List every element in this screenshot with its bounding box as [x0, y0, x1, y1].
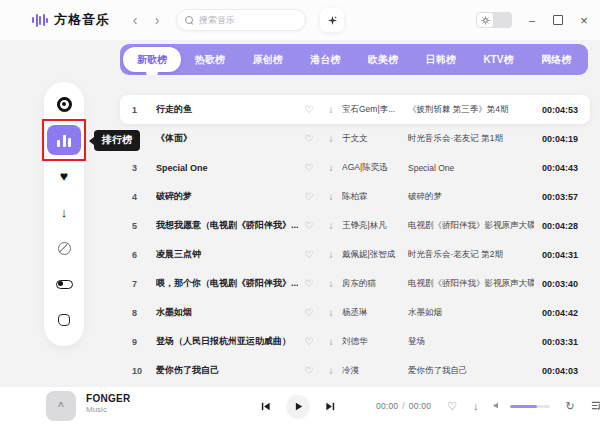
- tab-label: 热歌榜: [195, 53, 225, 67]
- song-duration: 00:03:57: [534, 192, 578, 202]
- ban-icon: [58, 242, 71, 255]
- tab[interactable]: 热歌榜: [181, 47, 239, 72]
- sidebar-item-music[interactable]: [44, 86, 84, 122]
- song-row[interactable]: 1 行走的鱼 ♡ ↓ 宝石Gem|李... 《披荆斩棘 第三季》第4期 00:0…: [120, 95, 590, 124]
- download-button[interactable]: ↓: [320, 105, 342, 115]
- search-box[interactable]: [176, 9, 306, 31]
- download-icon: ↓: [329, 162, 334, 173]
- song-album: 电视剧《骄阳伴我》影视原声大碟: [402, 220, 534, 232]
- previous-button[interactable]: [260, 401, 271, 412]
- like-button[interactable]: ♡: [298, 134, 320, 144]
- like-button[interactable]: ♡: [298, 163, 320, 173]
- song-index: 8: [132, 308, 156, 318]
- time-separator: /: [402, 401, 405, 411]
- like-button[interactable]: ♡: [298, 337, 320, 347]
- heart-outline-icon: ♡: [305, 249, 314, 260]
- sparkle-button[interactable]: [320, 8, 344, 32]
- tab-label: 欧美榜: [368, 53, 398, 67]
- song-duration: 00:04:19: [534, 134, 578, 144]
- forward-button[interactable]: ›: [150, 13, 164, 27]
- like-button[interactable]: ♡: [298, 221, 320, 231]
- download-button[interactable]: ↓: [320, 308, 342, 318]
- tooltip-arrow-icon: [89, 137, 94, 145]
- download-button[interactable]: ↓: [320, 192, 342, 202]
- sidebar-item-switch[interactable]: [44, 266, 84, 302]
- download-button[interactable]: ↓: [320, 250, 342, 260]
- app-window: 方格音乐 ‹ › – ×: [0, 0, 600, 424]
- download-button[interactable]: ↓: [320, 279, 342, 289]
- album-thumb[interactable]: ^: [46, 391, 76, 421]
- sidebar-item-ranking[interactable]: [44, 122, 84, 158]
- like-button[interactable]: ♡: [298, 250, 320, 260]
- theme-toggle[interactable]: [476, 12, 512, 28]
- sidebar-item-downloads[interactable]: ↓: [44, 194, 84, 230]
- brand-block: FONGER Music: [86, 393, 131, 414]
- download-icon: ↓: [329, 191, 334, 202]
- heart-outline-icon: ♡: [305, 104, 314, 115]
- tab[interactable]: 原创榜: [239, 47, 297, 72]
- tab-label: 新歌榜: [137, 53, 167, 67]
- play-button[interactable]: [287, 395, 309, 417]
- maximize-button[interactable]: [552, 14, 564, 26]
- like-button[interactable]: ♡: [298, 105, 320, 115]
- tab-bar: 新歌榜 热歌榜 原创榜 港台榜 欧美榜 日韩榜 KTV榜 网络榜: [120, 44, 588, 75]
- next-button[interactable]: [325, 401, 336, 412]
- player-bar: ^ FONGER Music: [0, 386, 600, 424]
- sun-icon: [481, 16, 490, 25]
- song-album: Special One: [402, 163, 534, 173]
- download-button[interactable]: ↓: [320, 134, 342, 144]
- song-artist: 房东的猫: [342, 278, 402, 290]
- song-title: Special One: [156, 163, 298, 173]
- download-button[interactable]: ↓: [320, 163, 342, 173]
- like-button[interactable]: ♡: [298, 366, 320, 376]
- heart-outline-icon: ♡: [305, 220, 314, 231]
- heart-outline-icon: ♡: [305, 133, 314, 144]
- song-row[interactable]: 5 我想我愿意（电视剧《骄阳伴我》... ♡ ↓ 王铮亮|林凡 电视剧《骄阳伴我…: [120, 211, 590, 240]
- repeat-button[interactable]: ↻: [566, 401, 575, 412]
- tab[interactable]: 欧美榜: [354, 47, 412, 72]
- close-button[interactable]: ×: [578, 14, 590, 26]
- download-button[interactable]: ↓: [320, 366, 342, 376]
- sidebar-item-theme[interactable]: [44, 302, 84, 338]
- download-button[interactable]: ↓: [320, 337, 342, 347]
- tab[interactable]: KTV榜: [470, 47, 528, 72]
- volume-slider[interactable]: [510, 405, 550, 408]
- volume-button[interactable]: [493, 401, 502, 412]
- song-list: 1 行走的鱼 ♡ ↓ 宝石Gem|李... 《披荆斩棘 第三季》第4期 00:0…: [120, 95, 590, 385]
- song-row[interactable]: 6 凌晨三点钟 ♡ ↓ 戴佩妮|张智成 时光音乐会·老友记 第2期 00:04:…: [120, 240, 590, 269]
- sidebar-item-favorites[interactable]: ♥: [44, 158, 84, 194]
- download-button[interactable]: ↓: [320, 221, 342, 231]
- song-row[interactable]: 3 Special One ♡ ↓ AGA|陈奕迅 Special One 00…: [120, 153, 590, 182]
- close-icon: ×: [580, 14, 588, 27]
- song-row[interactable]: 7 喂，那个你（电视剧《骄阳伴我》... ♡ ↓ 房东的猫 电视剧《骄阳伴我》影…: [120, 269, 590, 298]
- song-duration: 00:03:31: [534, 337, 578, 347]
- tab[interactable]: 网络榜: [527, 47, 585, 72]
- like-button[interactable]: ♡: [298, 192, 320, 202]
- tab[interactable]: 新歌榜: [123, 47, 181, 72]
- like-button[interactable]: ♡: [298, 279, 320, 289]
- playlist-button[interactable]: [591, 400, 600, 413]
- song-album: 时光音乐会·老友记 第1期: [402, 133, 534, 145]
- song-duration: 00:04:53: [534, 105, 578, 115]
- minimize-icon: –: [529, 15, 535, 26]
- song-row[interactable]: 10 爱你伤了我自己 ♡ ↓ 冷漠 爱你伤了我自己 00:04:03: [120, 356, 590, 385]
- like-button[interactable]: ♡: [447, 401, 457, 412]
- song-row[interactable]: 2 《体面》 ♡ ↓ 于文文 时光音乐会·老友记 第1期 00:04:19: [120, 124, 590, 153]
- song-duration: 00:04:42: [534, 308, 578, 318]
- back-button[interactable]: ‹: [128, 13, 142, 27]
- minimize-button[interactable]: –: [526, 14, 538, 26]
- song-album: 破碎的梦: [402, 191, 534, 203]
- song-row[interactable]: 9 登场（人民日报杭州亚运助威曲） ♡ ↓ 刘德华 登场 00:03:31: [120, 327, 590, 356]
- toggle-icon: [56, 280, 73, 289]
- song-row[interactable]: 8 水墨如烟 ♡ ↓ 杨丞琳 水墨如烟 00:04:42: [120, 298, 590, 327]
- tab-label: KTV榜: [483, 53, 513, 67]
- like-button[interactable]: ♡: [298, 308, 320, 318]
- sidebar-item-restricted[interactable]: [44, 230, 84, 266]
- tab[interactable]: 港台榜: [296, 47, 354, 72]
- tab[interactable]: 日韩榜: [412, 47, 470, 72]
- song-row[interactable]: 4 破碎的梦 ♡ ↓ 陈柏霖 破碎的梦 00:03:57: [120, 182, 590, 211]
- play-icon: [294, 402, 303, 411]
- download-button[interactable]: ↓: [473, 401, 479, 412]
- search-input[interactable]: [199, 15, 289, 25]
- song-index: 4: [132, 192, 156, 202]
